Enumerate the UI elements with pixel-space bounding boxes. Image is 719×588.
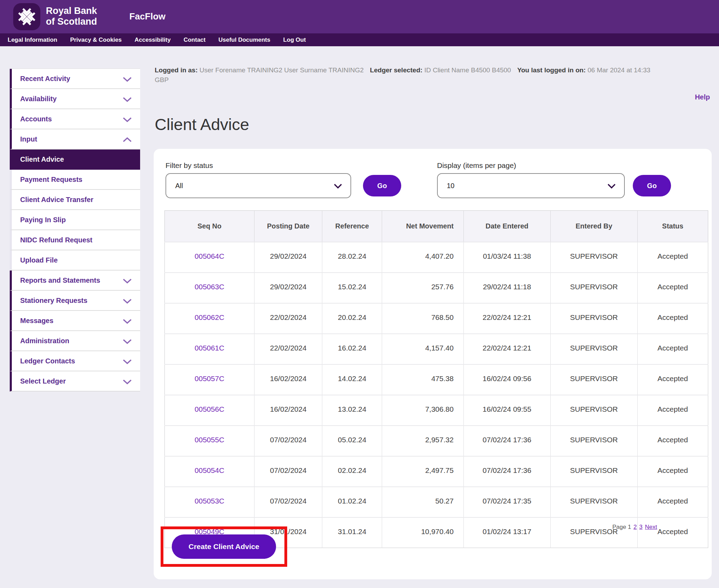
sidebar-item[interactable]: Paying In Slip <box>10 210 140 230</box>
table-row: 005054C 07/02/2024 02.02.24 2,497.75 07/… <box>165 456 708 487</box>
table-row: 005053C 07/02/2024 01.02.24 50.27 07/02/… <box>165 487 708 517</box>
sidebar-item[interactable]: Ledger Contacts <box>10 351 140 371</box>
app-name: FacFlow <box>129 11 165 22</box>
sidebar-item[interactable]: Messages <box>10 311 140 331</box>
reference-cell: 02.02.24 <box>322 456 382 487</box>
sidebar-item-label: Accounts <box>20 115 52 123</box>
date-entered-cell: 07/02/24 17:36 <box>463 426 550 456</box>
seq-no-link[interactable]: 005063C <box>195 283 224 291</box>
seq-no-link[interactable]: 005062C <box>195 313 224 321</box>
col-header-entered-by: Entered By <box>550 211 637 242</box>
chevron-down-icon <box>607 184 616 189</box>
posting-date-cell: 29/02/2024 <box>254 273 322 303</box>
nav-link[interactable]: Contact <box>184 37 205 43</box>
nav-link[interactable]: Legal Information <box>8 37 57 43</box>
sidebar-menu: Recent Activity Availability Accounts In… <box>10 69 140 392</box>
date-entered-cell: 01/02/24 13:17 <box>463 517 550 548</box>
sidebar-item[interactable]: Client Advice <box>10 150 140 170</box>
seq-no-link[interactable]: 005061C <box>195 344 224 352</box>
date-entered-cell: 16/02/24 09:56 <box>463 364 550 395</box>
reference-cell: 13.02.24 <box>322 395 382 426</box>
status-cell: Accepted <box>637 334 708 364</box>
posting-date-cell: 07/02/2024 <box>254 456 322 487</box>
items-per-page-go-button[interactable]: Go <box>633 175 671 196</box>
last-login-value: 06 Mar 2024 at 14:33 <box>588 66 651 74</box>
seq-no-link[interactable]: 005056C <box>195 405 224 413</box>
status-cell: Accepted <box>637 242 708 273</box>
status-filter-select[interactable]: All <box>165 173 351 198</box>
status-cell: Accepted <box>637 517 708 548</box>
reference-cell: 15.02.24 <box>322 273 382 303</box>
col-header-net-movement: Net Movement <box>382 211 463 242</box>
net-movement-cell: 4,407.20 <box>382 242 463 273</box>
status-cell: Accepted <box>637 487 708 517</box>
display-items-label: Display (items per page) <box>437 161 516 170</box>
pagination-page-link[interactable]: 2 <box>633 524 637 530</box>
status-cell: Accepted <box>637 273 708 303</box>
pagination-page-link[interactable]: 3 <box>639 524 643 530</box>
pagination: Page 123Next <box>612 524 657 531</box>
create-client-advice-button[interactable]: Create Client Advice <box>172 534 276 559</box>
col-header-seq-no: Seq No <box>165 211 255 242</box>
status-cell: Accepted <box>637 426 708 456</box>
reference-cell: 14.02.24 <box>322 364 382 395</box>
entered-by-cell: SUPERVISOR <box>550 395 637 426</box>
date-entered-cell: 22/02/24 12:21 <box>463 334 550 364</box>
sidebar-item[interactable]: NIDC Refund Request <box>10 230 140 250</box>
help-link[interactable]: Help <box>695 93 710 101</box>
nav-link[interactable]: Useful Documents <box>218 37 270 43</box>
table-row: 005063C 29/02/2024 15.02.24 257.76 29/02… <box>165 273 708 303</box>
date-entered-cell: 16/02/24 09:55 <box>463 395 550 426</box>
sidebar-item[interactable]: Stationery Requests <box>10 291 140 311</box>
utility-navbar: Legal InformationPrivacy & CookiesAccess… <box>0 33 719 46</box>
chevron-down-icon <box>123 77 132 82</box>
sidebar-item[interactable]: Select Ledger <box>10 371 140 392</box>
table-row: 005056C 16/02/2024 13.02.24 7,306.80 16/… <box>165 395 708 426</box>
sidebar-item-label: Recent Activity <box>20 75 70 83</box>
pagination-next-link[interactable]: Next <box>645 524 657 530</box>
table-row: 005061C 22/02/2024 16.02.24 4,157.40 22/… <box>165 334 708 364</box>
entered-by-cell: SUPERVISOR <box>550 487 637 517</box>
reference-cell: 28.02.24 <box>322 242 382 273</box>
col-header-date-entered: Date Entered <box>463 211 550 242</box>
sidebar-item[interactable]: Client Advice Transfer <box>10 190 140 210</box>
seq-no-link[interactable]: 005064C <box>195 252 224 260</box>
sidebar-item[interactable]: Administration <box>10 331 140 351</box>
status-cell: Accepted <box>637 456 708 487</box>
ledger-selected-label: Ledger selected: <box>370 66 422 74</box>
sidebar-item[interactable]: Availability <box>10 89 140 109</box>
session-info: Logged in as: User Forename TRAINING2 Us… <box>155 65 711 85</box>
sidebar-item-label: Availability <box>20 95 57 103</box>
highlight-annotation-box: Create Client Advice <box>161 526 287 567</box>
nav-link[interactable]: Log Out <box>283 37 306 43</box>
sidebar-item[interactable]: Accounts <box>10 109 140 129</box>
chevron-down-icon <box>123 279 132 283</box>
status-filter-go-button[interactable]: Go <box>363 175 401 196</box>
chevron-down-icon <box>123 359 132 364</box>
sidebar-item-label: Select Ledger <box>20 377 66 385</box>
seq-no-link[interactable]: 005057C <box>195 374 224 382</box>
last-login-label: You last logged in on: <box>517 66 586 74</box>
chevron-down-icon <box>123 319 132 324</box>
sidebar-item[interactable]: Reports and Statements <box>10 271 140 291</box>
sidebar-item-label: Stationery Requests <box>20 297 87 305</box>
date-entered-cell: 01/03/24 11:38 <box>463 242 550 273</box>
nav-link[interactable]: Privacy & Cookies <box>70 37 122 43</box>
seq-no-link[interactable]: 005053C <box>195 497 224 505</box>
sidebar-item[interactable]: Recent Activity <box>10 69 140 89</box>
items-per-page-select[interactable]: 10 <box>437 173 625 198</box>
top-banner: Royal Bank of Scotland FacFlow <box>0 0 719 33</box>
nav-link[interactable]: Accessibility <box>135 37 171 43</box>
reference-cell: 31.01.24 <box>322 517 382 548</box>
seq-no-link[interactable]: 005055C <box>195 436 224 444</box>
sidebar-item-label: Ledger Contacts <box>20 357 75 365</box>
table-row: 005055C 07/02/2024 05.02.24 2,957.32 07/… <box>165 426 708 456</box>
entered-by-cell: SUPERVISOR <box>550 273 637 303</box>
seq-no-link[interactable]: 005054C <box>195 466 224 474</box>
posting-date-cell: 22/02/2024 <box>254 303 322 334</box>
sidebar-item[interactable]: Input <box>10 129 140 150</box>
entered-by-cell: SUPERVISOR <box>550 242 637 273</box>
rbs-logo-icon <box>13 3 40 30</box>
sidebar-item[interactable]: Upload File <box>10 250 140 271</box>
sidebar-item[interactable]: Payment Requests <box>10 170 140 190</box>
